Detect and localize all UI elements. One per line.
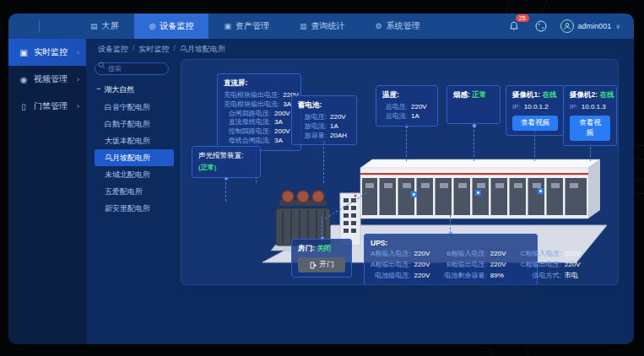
ups-grid: A相输入电压:220V B相输入电压:220V C相输入电压:220V A相输出…: [371, 250, 531, 280]
sidebar-item-realtime-monitor[interactable]: ▣ 实时监控 ›: [8, 39, 86, 66]
status-badge: 正常: [472, 90, 486, 99]
breadcrumb-item[interactable]: 实时监控: [139, 44, 170, 55]
status-badge: 在线: [599, 90, 614, 99]
dc-screen-panel: 直流屏: 充电模块输出电压:220V 充电模块输出电流:3A 合闸回路电压:20…: [217, 73, 301, 151]
chevron-right-icon: ›: [77, 75, 79, 84]
connector-line: [225, 178, 226, 202]
sidebar-item-label: 视频管理: [34, 73, 68, 85]
tree-item-selected[interactable]: 乌月坡配电所: [95, 149, 174, 166]
connector-line: [474, 126, 474, 161]
tree-item[interactable]: 未城北配电所: [95, 166, 174, 183]
battery-panel: 蓄电池: 放电压:220V 放电流:1A 放容量:20AH: [291, 95, 357, 145]
field-value: 220V: [414, 250, 435, 259]
door-label: 房门: 关闭: [298, 244, 345, 254]
fullscreen-button[interactable]: [533, 19, 549, 34]
app-window: ▤ 大屏 ◎ 设备监控 ▣ 资产管理 ▥ 查询统计 ⚙ 系统管理: [8, 13, 634, 344]
ups-panel: UPS: A相输入电压:220V B相输入电压:220V C相输入电压:220V…: [364, 234, 538, 285]
username: admin001: [578, 22, 612, 30]
temperature-panel: 温度: 总电压:220V 总电流:1A: [376, 85, 438, 127]
field-label: 放电压:: [298, 113, 327, 122]
tree-item[interactable]: 大坂本配电所: [95, 132, 174, 149]
door-open-icon: [310, 262, 317, 269]
breadcrumb-separator: /: [133, 44, 135, 55]
camera2-panel: 摄像机2: 在线 IP:10.0.1.3 查看视频: [563, 85, 617, 146]
field-label: A相输入电压:: [371, 250, 411, 259]
connector-line: [323, 143, 324, 183]
panel-title: 直流屏:: [224, 78, 295, 89]
view-video-button[interactable]: 查看视频: [570, 116, 610, 141]
field-label: 控制回路电压:: [224, 127, 271, 137]
field-label: 充电模块输出电流:: [224, 100, 279, 110]
smoke-detector-panel: 烟感: 正常: [446, 85, 501, 124]
notification-bell-button[interactable]: 25: [506, 19, 522, 34]
field-label: 直流母线电流:: [224, 118, 271, 127]
field-label: 供电方式:: [521, 272, 561, 281]
nav-item-label: 系统管理: [386, 20, 419, 32]
notification-badge: 25: [516, 14, 529, 22]
user-menu[interactable]: admin001 ∨: [560, 19, 620, 33]
nav-item-label: 资产管理: [235, 20, 269, 32]
field-label: 放电流:: [298, 122, 327, 132]
field-value: 89%: [490, 272, 511, 281]
fullscreen-icon: [535, 20, 547, 32]
tree-root-node[interactable]: − 湖大自然: [95, 82, 174, 99]
door-panel: 房门: 关闭 开门: [291, 239, 352, 278]
door-status: 关闭: [317, 244, 331, 252]
top-navbar: ▤ 大屏 ◎ 设备监控 ▣ 资产管理 ▥ 查询统计 ⚙ 系统管理: [8, 13, 634, 39]
left-sidebar: ▣ 实时监控 › ◉ 视频管理 › ▯ 门禁管理 ›: [8, 39, 86, 344]
nav-divider: [39, 20, 40, 32]
ip-label: IP:: [512, 103, 521, 112]
camera1-panel: 摄像机1: 在线 IP:10.0.1.2 查看视频: [506, 85, 565, 136]
asset-icon: ▣: [224, 22, 231, 30]
breadcrumb-item[interactable]: 设备监控: [98, 44, 128, 55]
breadcrumb-item[interactable]: 乌月坡配电所: [180, 44, 225, 55]
field-value: 220V: [490, 261, 511, 270]
connector-line: [322, 217, 322, 239]
nav-item-system-mgmt[interactable]: ⚙ 系统管理: [360, 13, 435, 39]
open-door-button[interactable]: 开门: [298, 257, 345, 272]
connector-line: [406, 126, 407, 161]
panel-title: 蓄电池:: [298, 100, 350, 111]
sidebar-item-label: 实时监控: [34, 46, 68, 58]
field-value: 220V: [490, 250, 511, 259]
sidebar-item-access-mgmt[interactable]: ▯ 门禁管理 ›: [8, 93, 86, 120]
field-label: 总电压:: [382, 103, 408, 112]
substation-tree: − 湖大自然 白音宁配电所 白鹅子配电所 大坂本配电所 乌月坡配电所 未城北配电…: [95, 59, 174, 336]
tree-search: [95, 59, 174, 75]
panel-title: 烟感: 正常: [453, 90, 494, 100]
nav-item-query-stats[interactable]: ▥ 查询统计: [284, 13, 360, 39]
tree-item[interactable]: 五爱配电所: [95, 183, 174, 200]
nav-item-device-monitor[interactable]: ◎ 设备监控: [134, 13, 209, 39]
search-icon: [98, 62, 106, 69]
nav-item-label: 设备监控: [160, 20, 193, 32]
screen-frame: ▤ 大屏 ◎ 设备监控 ▣ 资产管理 ▥ 查询统计 ⚙ 系统管理: [0, 0, 644, 356]
realtime-monitor-icon: ▣: [19, 48, 29, 57]
navbar-right: 25 admin001 ∨: [506, 19, 634, 34]
field-value: 220V: [330, 113, 350, 122]
panel-title: 摄像机2: 在线: [570, 90, 610, 100]
gear-icon: ⚙: [375, 22, 382, 30]
status-badge: 在线: [542, 90, 556, 99]
nav-item-asset-mgmt[interactable]: ▣ 资产管理: [208, 13, 284, 39]
nav-item-bigscreen[interactable]: ▤ 大屏: [75, 13, 134, 39]
chevron-right-icon: ›: [77, 48, 79, 57]
nav-items: ▤ 大屏 ◎ 设备监控 ▣ 资产管理 ▥ 查询统计 ⚙ 系统管理: [75, 13, 435, 39]
field-value: 220V: [414, 261, 435, 270]
tree-item[interactable]: 新安里配电所: [95, 200, 174, 217]
alarm-label: 声光报警装置:: [198, 151, 254, 161]
sidebar-item-video-mgmt[interactable]: ◉ 视频管理 ›: [8, 66, 86, 93]
tree-item[interactable]: 白音宁配电所: [95, 99, 174, 116]
breadcrumb: 设备监控 / 实时监控 / 乌月坡配电所: [86, 39, 634, 57]
door-access-icon: ▯: [19, 102, 29, 111]
sound-light-alarm-panel: 声光报警装置: (正常): [192, 146, 261, 178]
field-label: A相输出电压:: [371, 261, 411, 270]
tree-search-input[interactable]: [95, 62, 169, 75]
sidebar-item-label: 门禁管理: [34, 100, 68, 112]
tree-item[interactable]: 白鹅子配电所: [95, 116, 174, 132]
nav-item-label: 查询统计: [311, 20, 344, 32]
chevron-down-icon: ∨: [615, 23, 620, 30]
bell-icon: [509, 21, 519, 32]
user-icon: [563, 22, 571, 30]
view-video-button[interactable]: 查看视频: [512, 116, 558, 131]
panel-title: 摄像机1: 在线: [512, 90, 558, 100]
